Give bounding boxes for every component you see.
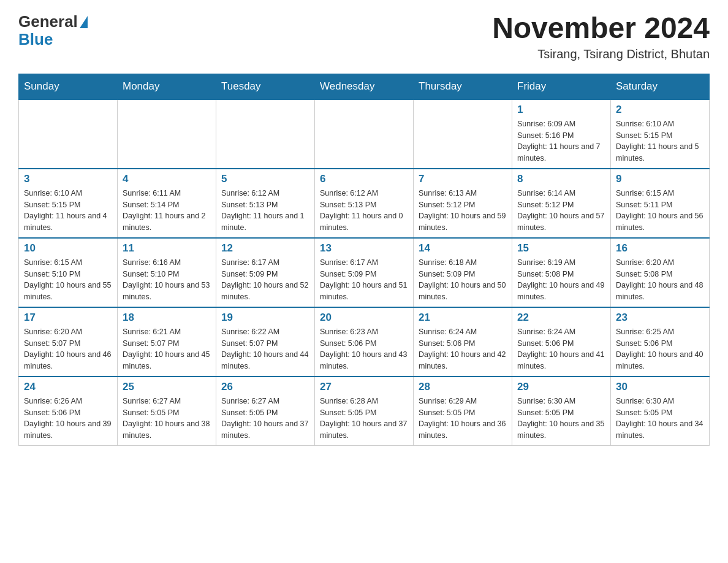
day-info: Sunrise: 6:17 AMSunset: 5:09 PMDaylight:…: [221, 257, 309, 303]
day-number: 6: [320, 173, 408, 185]
day-info: Sunrise: 6:18 AMSunset: 5:09 PMDaylight:…: [419, 257, 507, 303]
day-info: Sunrise: 6:24 AMSunset: 5:06 PMDaylight:…: [517, 326, 605, 372]
day-info: Sunrise: 6:24 AMSunset: 5:06 PMDaylight:…: [419, 326, 507, 372]
calendar-table: SundayMondayTuesdayWednesdayThursdayFrid…: [18, 74, 710, 446]
day-number: 7: [419, 173, 507, 185]
header-thursday: Thursday: [414, 74, 512, 99]
day-info: Sunrise: 6:21 AMSunset: 5:07 PMDaylight:…: [123, 326, 211, 372]
calendar-cell: 21Sunrise: 6:24 AMSunset: 5:06 PMDayligh…: [414, 307, 512, 377]
calendar-cell: 11Sunrise: 6:16 AMSunset: 5:10 PMDayligh…: [118, 238, 216, 307]
day-number: 21: [419, 312, 507, 324]
day-info: Sunrise: 6:30 AMSunset: 5:05 PMDaylight:…: [517, 396, 605, 442]
logo-blue: Blue: [18, 30, 88, 49]
day-number: 1: [517, 104, 605, 116]
calendar-cell: 5Sunrise: 6:12 AMSunset: 5:13 PMDaylight…: [216, 169, 315, 238]
week-row-4: 24Sunrise: 6:26 AMSunset: 5:06 PMDayligh…: [19, 377, 710, 446]
calendar-cell: 16Sunrise: 6:20 AMSunset: 5:08 PMDayligh…: [611, 238, 710, 307]
day-info: Sunrise: 6:12 AMSunset: 5:13 PMDaylight:…: [221, 188, 309, 234]
day-number: 26: [221, 381, 309, 393]
day-number: 28: [419, 381, 507, 393]
header-friday: Friday: [512, 74, 611, 99]
calendar-cell: 29Sunrise: 6:30 AMSunset: 5:05 PMDayligh…: [512, 377, 611, 446]
logo-general: General: [18, 12, 78, 31]
location: Tsirang, Tsirang District, Bhutan: [492, 47, 710, 61]
week-row-1: 3Sunrise: 6:10 AMSunset: 5:15 PMDaylight…: [19, 169, 710, 238]
day-number: 22: [517, 312, 605, 324]
calendar-cell: 18Sunrise: 6:21 AMSunset: 5:07 PMDayligh…: [118, 307, 216, 377]
calendar-cell: [19, 99, 118, 169]
day-info: Sunrise: 6:11 AMSunset: 5:14 PMDaylight:…: [123, 188, 211, 234]
day-info: Sunrise: 6:30 AMSunset: 5:05 PMDaylight:…: [616, 396, 704, 442]
day-number: 5: [221, 173, 309, 185]
calendar-cell: 7Sunrise: 6:13 AMSunset: 5:12 PMDaylight…: [414, 169, 512, 238]
calendar-cell: 24Sunrise: 6:26 AMSunset: 5:06 PMDayligh…: [19, 377, 118, 446]
calendar-cell: 27Sunrise: 6:28 AMSunset: 5:05 PMDayligh…: [315, 377, 414, 446]
day-info: Sunrise: 6:19 AMSunset: 5:08 PMDaylight:…: [517, 257, 605, 303]
day-info: Sunrise: 6:27 AMSunset: 5:05 PMDaylight:…: [221, 396, 309, 442]
day-info: Sunrise: 6:27 AMSunset: 5:05 PMDaylight:…: [123, 396, 211, 442]
calendar-cell: 26Sunrise: 6:27 AMSunset: 5:05 PMDayligh…: [216, 377, 315, 446]
calendar-cell: 9Sunrise: 6:15 AMSunset: 5:11 PMDaylight…: [611, 169, 710, 238]
day-number: 29: [517, 381, 605, 393]
day-info: Sunrise: 6:12 AMSunset: 5:13 PMDaylight:…: [320, 188, 408, 234]
logo-text: General Blue: [18, 12, 88, 49]
calendar-cell: 17Sunrise: 6:20 AMSunset: 5:07 PMDayligh…: [19, 307, 118, 377]
day-number: 24: [24, 381, 112, 393]
calendar-cell: 13Sunrise: 6:17 AMSunset: 5:09 PMDayligh…: [315, 238, 414, 307]
day-info: Sunrise: 6:20 AMSunset: 5:08 PMDaylight:…: [616, 257, 704, 303]
day-info: Sunrise: 6:28 AMSunset: 5:05 PMDaylight:…: [320, 396, 408, 442]
calendar-cell: 30Sunrise: 6:30 AMSunset: 5:05 PMDayligh…: [611, 377, 710, 446]
day-number: 2: [616, 104, 704, 116]
day-number: 20: [320, 312, 408, 324]
calendar-cell: [118, 99, 216, 169]
day-number: 3: [24, 173, 112, 185]
day-info: Sunrise: 6:29 AMSunset: 5:05 PMDaylight:…: [419, 396, 507, 442]
calendar-cell: 20Sunrise: 6:23 AMSunset: 5:06 PMDayligh…: [315, 307, 414, 377]
calendar-cell: 14Sunrise: 6:18 AMSunset: 5:09 PMDayligh…: [414, 238, 512, 307]
day-number: 12: [221, 242, 309, 255]
day-number: 23: [616, 312, 704, 324]
calendar-cell: 8Sunrise: 6:14 AMSunset: 5:12 PMDaylight…: [512, 169, 611, 238]
calendar-cell: 1Sunrise: 6:09 AMSunset: 5:16 PMDaylight…: [512, 99, 611, 169]
calendar-cell: 22Sunrise: 6:24 AMSunset: 5:06 PMDayligh…: [512, 307, 611, 377]
day-number: 19: [221, 312, 309, 324]
day-info: Sunrise: 6:13 AMSunset: 5:12 PMDaylight:…: [419, 188, 507, 234]
day-number: 9: [616, 173, 704, 185]
day-number: 10: [24, 242, 112, 255]
week-row-2: 10Sunrise: 6:15 AMSunset: 5:10 PMDayligh…: [19, 238, 710, 307]
week-row-3: 17Sunrise: 6:20 AMSunset: 5:07 PMDayligh…: [19, 307, 710, 377]
calendar-cell: 4Sunrise: 6:11 AMSunset: 5:14 PMDaylight…: [118, 169, 216, 238]
header-monday: Monday: [118, 74, 216, 99]
day-number: 4: [123, 173, 211, 185]
calendar-cell: 23Sunrise: 6:25 AMSunset: 5:06 PMDayligh…: [611, 307, 710, 377]
day-info: Sunrise: 6:23 AMSunset: 5:06 PMDaylight:…: [320, 326, 408, 372]
logo: General Blue: [18, 12, 88, 49]
calendar-cell: 2Sunrise: 6:10 AMSunset: 5:15 PMDaylight…: [611, 99, 710, 169]
page-header: General Blue November 2024 Tsirang, Tsir…: [18, 12, 710, 61]
day-info: Sunrise: 6:17 AMSunset: 5:09 PMDaylight:…: [320, 257, 408, 303]
calendar-cell: 28Sunrise: 6:29 AMSunset: 5:05 PMDayligh…: [414, 377, 512, 446]
calendar-cell: [315, 99, 414, 169]
day-number: 17: [24, 312, 112, 324]
day-number: 15: [517, 242, 605, 255]
day-info: Sunrise: 6:15 AMSunset: 5:10 PMDaylight:…: [24, 257, 112, 303]
day-number: 18: [123, 312, 211, 324]
calendar-cell: 3Sunrise: 6:10 AMSunset: 5:15 PMDaylight…: [19, 169, 118, 238]
day-info: Sunrise: 6:10 AMSunset: 5:15 PMDaylight:…: [24, 188, 112, 234]
day-info: Sunrise: 6:09 AMSunset: 5:16 PMDaylight:…: [517, 118, 605, 164]
header-sunday: Sunday: [19, 74, 118, 99]
calendar-cell: 6Sunrise: 6:12 AMSunset: 5:13 PMDaylight…: [315, 169, 414, 238]
day-info: Sunrise: 6:10 AMSunset: 5:15 PMDaylight:…: [616, 118, 704, 164]
day-info: Sunrise: 6:15 AMSunset: 5:11 PMDaylight:…: [616, 188, 704, 234]
calendar-cell: 10Sunrise: 6:15 AMSunset: 5:10 PMDayligh…: [19, 238, 118, 307]
calendar-cell: [414, 99, 512, 169]
calendar-cell: 15Sunrise: 6:19 AMSunset: 5:08 PMDayligh…: [512, 238, 611, 307]
month-title: November 2024: [492, 12, 710, 45]
day-info: Sunrise: 6:22 AMSunset: 5:07 PMDaylight:…: [221, 326, 309, 372]
header-wednesday: Wednesday: [315, 74, 414, 99]
calendar-cell: 19Sunrise: 6:22 AMSunset: 5:07 PMDayligh…: [216, 307, 315, 377]
calendar-cell: [216, 99, 315, 169]
week-row-0: 1Sunrise: 6:09 AMSunset: 5:16 PMDaylight…: [19, 99, 710, 169]
day-number: 13: [320, 242, 408, 255]
day-number: 30: [616, 381, 704, 393]
